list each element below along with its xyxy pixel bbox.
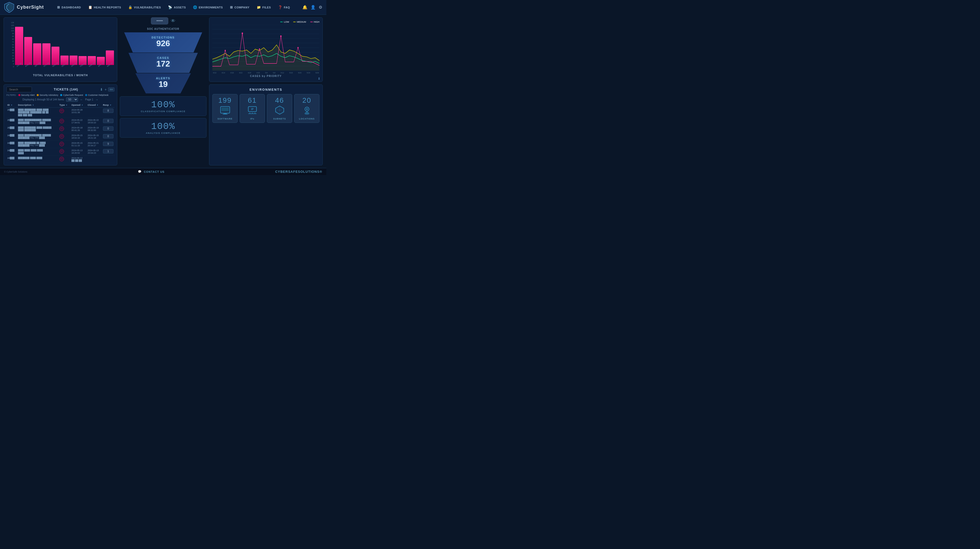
legend-high: HIGH <box>310 21 320 23</box>
cell-resp: 0 <box>102 125 115 133</box>
filter-customer-helpdesk: Customer HelpDesk <box>85 94 108 96</box>
download-tickets-icon[interactable]: ⬇ <box>100 88 103 91</box>
col-opened[interactable]: Opened ▼ <box>70 103 86 108</box>
table-row[interactable]: 24███ ████ ████████ ██ ████████████ May … <box>6 140 115 148</box>
page-size-select[interactable]: 5025100 <box>66 97 78 102</box>
logo[interactable]: CyberSight <box>4 2 44 13</box>
table-row[interactable]: 24███ ████ ████ ████ ████████ 🛡 2024-05-… <box>6 148 115 156</box>
cell-opened: 2024-05-1800:41:26 <box>70 125 86 133</box>
bar-group: MAY '24 <box>106 51 114 68</box>
cell-opened: 2024-05-2810:01:38 <box>70 108 86 118</box>
soc-auth-button[interactable]: •••••• <box>151 18 168 24</box>
bar-group: OCT '23 <box>42 43 51 68</box>
bar-group: DEC '23 <box>60 56 68 68</box>
period-badge[interactable]: 6M <box>108 88 115 91</box>
cell-opened: 2024-05-2217:34:01 <box>70 118 86 126</box>
bar-group: AUG '23 <box>24 37 32 68</box>
nav-assets[interactable]: 📡 ASSETS <box>165 4 189 11</box>
priority-chart-panel: LOW MEDIUM HIGH <box>209 18 323 82</box>
analysis-label: ANALYSIS COMPLIANCE <box>123 132 203 134</box>
table-row[interactable]: 25███ ████ ████████████ ██████████████ M… <box>6 118 115 126</box>
cell-type: 🛡 <box>58 156 70 163</box>
cell-id: 25███ <box>6 118 17 126</box>
tickets-header: TICKETS (144) ⬇ + 6M <box>6 87 115 92</box>
eye-icon[interactable]: 👁 <box>171 18 175 24</box>
svg-point-14 <box>280 35 282 37</box>
nav-files[interactable]: 📁 FILES <box>254 4 274 11</box>
legend-low-dot <box>280 22 283 22</box>
nav-faq[interactable]: ❓ FAQ <box>275 4 293 11</box>
bar-chart-inner: 081624324048566472808896104112120128 JUL… <box>7 22 114 68</box>
table-row[interactable]: 25███ ████ ████████ ████ ████████████ ██… <box>6 108 115 118</box>
cell-resp: 0 <box>102 118 115 126</box>
vulnerabilities-icon: 🔒 <box>128 5 132 9</box>
col-description[interactable]: Description ▼ <box>17 103 58 108</box>
vuln-chart-panel: 081624324048566472808896104112120128 JUL… <box>3 18 117 82</box>
env-card-ips[interactable]: 61 IP IPs <box>240 94 265 123</box>
tickets-table: ID ▼ Description ▼ Type ▼ Opened ▼ Close… <box>6 103 115 163</box>
prev-page-arrow[interactable]: ← <box>80 98 83 102</box>
locations-icon <box>296 105 317 116</box>
add-ticket-icon[interactable]: + <box>105 88 107 91</box>
contact-us-button[interactable]: 💬 CONTACT US <box>138 170 164 173</box>
env-card-software[interactable]: 199 SOFTWARE <box>212 94 238 123</box>
detections-value: 926 <box>127 39 199 48</box>
svg-rect-17 <box>221 108 229 111</box>
col-resp[interactable]: Resp ▼ <box>102 103 115 108</box>
health-reports-icon: 📋 <box>88 5 92 9</box>
table-row[interactable]: 24███ ████ ████████████ ██████████████ M… <box>6 133 115 140</box>
cell-id: 25███ <box>6 125 17 133</box>
classification-pct: 100% <box>123 100 203 110</box>
cell-closed: 2024-05-1908:32:00 <box>87 125 102 133</box>
classification-label: CLASSIFICATION COMPLIANCE <box>123 110 203 113</box>
table-row[interactable]: 25███ ████ ████████ ████ ██████████ ████… <box>6 125 115 133</box>
col-type[interactable]: Type ▼ <box>58 103 70 108</box>
cell-type: 🛡 <box>58 148 70 156</box>
env-card-subnets[interactable]: 46 SUBNETS <box>267 94 292 123</box>
locations-number: 20 <box>296 97 317 104</box>
funnel-container: DETECTIONS 926 CASES 172 ALERTS 19 3M <box>120 32 207 94</box>
notification-icon[interactable]: 🔔 <box>302 5 307 10</box>
main-content: 081624324048566472808896104112120128 JUL… <box>0 15 326 168</box>
nav-company[interactable]: ⊞ COMPANY <box>227 4 252 11</box>
bar <box>42 43 51 65</box>
cell-id: 24███ <box>6 133 17 140</box>
locations-label: LOCATIONS <box>296 118 317 120</box>
ticket-actions: ⬇ + 6M <box>100 88 115 91</box>
header-right: 🔔 👤 ⚙ <box>302 5 322 10</box>
cell-id: 24███ <box>6 140 17 148</box>
cell-resp: 1 <box>102 148 115 156</box>
cell-opened: 2024-05-1518:02:15 <box>70 133 86 140</box>
subnets-icon <box>269 105 290 116</box>
bar-group: JAN '24 <box>70 56 78 68</box>
main-nav: ⊞ DASHBOARD 📋 HEALTH REPORTS 🔒 VULNERABI… <box>54 4 302 11</box>
user-icon[interactable]: 👤 <box>310 5 316 10</box>
col-id[interactable]: ID ▼ <box>6 103 17 108</box>
cell-desc: ████ ████████████ ██████████████ May 22n… <box>17 118 58 126</box>
cell-desc: ████ ████████████ ██████████████ May 15t… <box>17 133 58 140</box>
y-axis: 081624324048566472808896104112120128 <box>7 22 14 68</box>
env-grid: 199 SOFTWARE 61 IP <box>212 94 320 123</box>
soc-auth: •••••• 👁 <box>151 18 175 24</box>
priority-chart-title: CASES by PRIORITY <box>212 75 320 78</box>
svg-point-13 <box>259 48 260 50</box>
nav-vulnerabilities[interactable]: 🔒 VULNERABILITIES <box>125 4 164 11</box>
cybersafe-logo: CYBERSAFESOLUTIONS® <box>275 170 322 173</box>
nav-dashboard[interactable]: ⊞ DASHBOARD <box>54 4 84 11</box>
settings-icon[interactable]: ⚙ <box>319 5 322 10</box>
nav-environments[interactable]: 🌐 ENVIRONMENTS <box>190 4 226 11</box>
nav-health-reports[interactable]: 📋 HEALTH REPORTS <box>85 4 124 11</box>
col-closed[interactable]: Closed ▼ <box>87 103 102 108</box>
cell-type: 🛡 <box>58 140 70 148</box>
faq-icon: ❓ <box>278 5 283 9</box>
env-card-locations[interactable]: 20 LOCATIONS <box>294 94 320 123</box>
table-row[interactable]: 24███ ████████ ████ ████ 🛡 2024-05-12██:… <box>6 156 115 163</box>
page-label: Page 1 <box>85 98 93 101</box>
search-input[interactable] <box>6 87 32 92</box>
download-priority-icon[interactable]: ⬇ <box>318 77 320 81</box>
classification-compliance-box: 100% CLASSIFICATION COMPLIANCE <box>120 96 207 116</box>
copyright: © CyberSafe Solutions <box>4 170 27 173</box>
next-page-arrow[interactable]: → <box>95 98 99 102</box>
priority-legend: LOW MEDIUM HIGH <box>212 21 320 23</box>
cell-type: 🛡 <box>58 125 70 133</box>
